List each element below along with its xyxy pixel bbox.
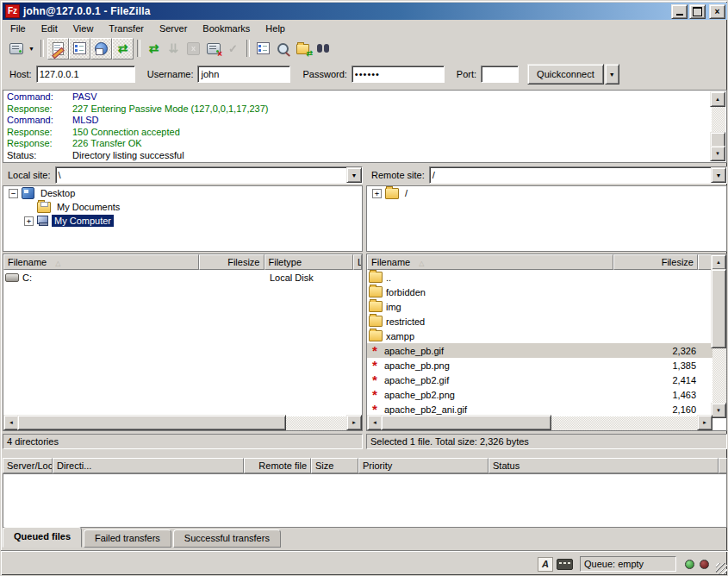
username-input[interactable] — [197, 66, 290, 83]
filter-button[interactable] — [253, 39, 273, 59]
file-search-button[interactable] — [273, 39, 293, 59]
queue-column-header[interactable]: Size — [311, 458, 358, 473]
remote-file-row[interactable]: *apache_pb.gif 2,326 — [367, 343, 712, 358]
local-site-dropdown-icon[interactable]: ▼ — [346, 167, 362, 183]
remote-vscroll-thumb[interactable] — [711, 269, 726, 348]
tree-label[interactable]: My Documents — [54, 201, 122, 213]
title-bar[interactable]: Fz john@127.0.0.1 - FileZilla × — [3, 3, 727, 20]
port-input[interactable] — [481, 66, 519, 83]
file-size: 1,385 — [613, 360, 696, 371]
tree-label[interactable]: Desktop — [38, 187, 78, 199]
toggle-message-log-button[interactable] — [47, 38, 69, 59]
maximize-button[interactable] — [689, 4, 706, 19]
column-header-filesize[interactable]: Filesize — [199, 254, 264, 270]
remote-site-dropdown-icon[interactable]: ▼ — [711, 167, 726, 183]
close-button[interactable]: × — [709, 4, 725, 19]
queue-column-header[interactable] — [719, 458, 727, 473]
queue-column-header[interactable]: Status — [488, 458, 719, 473]
site-manager-dropdown[interactable]: ▼ — [26, 39, 37, 59]
queue-column-header[interactable]: Directi... — [53, 458, 244, 473]
menu-item[interactable]: Transfer — [101, 21, 152, 36]
log-scroll-up[interactable]: ▲ — [710, 91, 725, 107]
toggle-local-tree-button[interactable] — [69, 38, 90, 59]
remote-file-row[interactable]: *xampp — [367, 329, 712, 343]
folder-icon — [369, 316, 383, 327]
tree-item-root[interactable]: + / — [367, 186, 726, 200]
queue-tab[interactable]: Failed transfers — [84, 529, 171, 548]
tree-label[interactable]: / — [402, 187, 410, 199]
quickconnect-button[interactable]: Quickconnect — [527, 64, 604, 85]
queue-column-header[interactable]: Priority — [358, 458, 488, 473]
menu-item[interactable]: Edit — [34, 21, 65, 36]
data-type-icon[interactable]: A — [538, 557, 553, 572]
column-header-filename[interactable]: Filename△ — [367, 254, 613, 270]
column-header-filesize[interactable]: Filesize — [613, 254, 698, 270]
menu-item[interactable]: View — [65, 21, 102, 36]
remote-file-row[interactable]: *forbidden — [367, 285, 712, 299]
toggle-transfer-queue-button[interactable]: ⇄ — [112, 38, 134, 59]
log-scroll-down[interactable]: ▼ — [710, 146, 725, 161]
local-hscroll-thumb[interactable] — [17, 415, 286, 430]
log-line: Response:226 Transfer OK — [5, 138, 711, 150]
remote-file-row[interactable]: *restricted — [367, 314, 712, 329]
remote-site-combo[interactable]: / ▼ — [429, 166, 727, 184]
remote-file-row[interactable]: *apache_pb2.png 1,463 — [367, 387, 712, 402]
remote-file-row[interactable]: *apache_pb.png 1,385 — [367, 358, 712, 373]
tree-item-desktop[interactable]: − Desktop — [3, 186, 362, 200]
password-input[interactable] — [352, 66, 445, 83]
remote-file-row[interactable]: *apache_pb2.gif 2,414 — [367, 373, 712, 387]
log-line-text: 226 Transfer OK — [72, 138, 142, 148]
queue-column-header[interactable]: Remote file — [244, 458, 311, 473]
queue-tab[interactable]: Successful transfers — [173, 529, 281, 548]
host-input[interactable] — [36, 66, 135, 83]
quickconnect-dropdown[interactable]: ▼ — [605, 64, 619, 85]
minimize-button[interactable] — [671, 4, 688, 19]
local-directory-tree: − Desktop My Documents + My Computer — [3, 185, 363, 252]
remote-site-value: / — [430, 170, 711, 180]
remote-scroll-right[interactable]: ► — [697, 415, 712, 430]
toggle-remote-tree-button[interactable] — [90, 38, 112, 59]
directory-comparison-button[interactable] — [313, 39, 333, 59]
folder-open-icon — [385, 188, 399, 199]
tree-item-my-computer[interactable]: + My Computer — [3, 214, 362, 228]
local-file-row[interactable]: C: Local Disk — [3, 270, 362, 285]
reconnect-button[interactable]: ✓ — [223, 39, 243, 59]
message-log-text[interactable]: Command:PASV Response:227 Entering Passi… — [5, 91, 711, 161]
remote-file-row[interactable]: *img — [367, 299, 712, 314]
statusbar-divider — [1, 550, 728, 552]
local-site-combo[interactable]: \ ▼ — [55, 166, 363, 184]
remote-hscroll-thumb[interactable] — [381, 415, 551, 430]
process-queue-button[interactable]: ⇊ — [164, 39, 184, 59]
local-status-text: 4 directories — [3, 434, 363, 449]
site-manager-button[interactable] — [6, 39, 26, 59]
menu-item[interactable]: Bookmarks — [195, 21, 258, 36]
collapse-icon[interactable]: − — [9, 189, 18, 198]
queue-column-header[interactable]: Server/Local file — [3, 458, 53, 473]
resize-grip[interactable] — [716, 563, 727, 574]
log-line-type: Status: — [5, 150, 72, 162]
remote-scroll-up[interactable]: ▲ — [711, 254, 726, 270]
file-name: apache_pb.png — [384, 360, 450, 371]
column-header-filename[interactable]: Filename△ — [3, 254, 199, 270]
column-header-lastmodified[interactable]: L — [353, 254, 362, 270]
refresh-button[interactable]: ⇄ — [144, 39, 164, 59]
queue-status-text: Queue: empty — [580, 556, 676, 572]
remote-scroll-down[interactable]: ▼ — [711, 403, 726, 418]
menu-item[interactable]: Server — [152, 21, 195, 36]
local-scroll-right[interactable]: ► — [346, 415, 362, 430]
synchronized-browsing-button[interactable]: ⇄ — [293, 39, 313, 59]
cancel-operation-button[interactable]: x — [184, 39, 203, 59]
file-type: Local Disk — [265, 272, 359, 283]
disconnect-button[interactable]: × — [203, 39, 223, 59]
queue-tab[interactable]: Queued files — [3, 527, 82, 548]
column-header-filetype[interactable]: Filetype — [264, 254, 354, 270]
menu-item[interactable]: File — [3, 21, 34, 36]
expand-icon[interactable]: + — [24, 216, 34, 226]
remote-file-row[interactable]: *.. — [367, 270, 712, 285]
expand-icon[interactable]: + — [372, 189, 382, 198]
tree-label-selected[interactable]: My Computer — [52, 215, 114, 227]
speed-limits-icon[interactable] — [557, 559, 573, 570]
queue-list[interactable] — [3, 473, 727, 528]
tree-item-my-documents[interactable]: My Documents — [3, 200, 362, 214]
menu-item[interactable]: Help — [258, 21, 293, 36]
